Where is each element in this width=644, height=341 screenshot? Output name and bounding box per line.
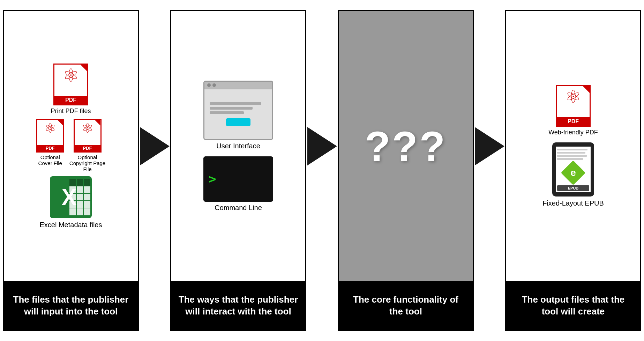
excel-cell	[77, 186, 83, 193]
excel-cell	[84, 201, 90, 208]
ui-dot-2	[212, 83, 216, 87]
excel-cell	[69, 194, 76, 200]
ui-window-wrap: User Interface	[203, 81, 273, 150]
copyright-pdf-badge: PDF	[75, 145, 100, 151]
cmd-prompt: >	[209, 172, 268, 186]
cmd-label: Command Line	[215, 204, 262, 212]
ui-window	[203, 81, 273, 140]
column-core-content: ???	[339, 11, 473, 281]
arrow-2	[306, 127, 338, 165]
ui-line-1	[210, 102, 261, 105]
copyright-pdf-file: ⚛ PDF	[74, 119, 102, 153]
excel-bg: X	[50, 176, 92, 218]
column-core: ??? The core functionality of the tool	[338, 10, 474, 331]
epub-device: e EPUB	[552, 142, 594, 197]
web-pdf-label: Web-friendly PDF	[548, 129, 598, 136]
column-outputs-footer: The output files that the tool will crea…	[506, 281, 640, 330]
arrow-1	[139, 127, 170, 165]
column-inputs-content: ⚛ PDF Print PDF files ⚛ PDF OptionalCove…	[4, 11, 138, 281]
column-core-footer: The core functionality of the tool	[339, 281, 473, 330]
epub-icon: e EPUB Fixed-Layout EPUB	[542, 142, 604, 207]
inputs-items: ⚛ PDF Print PDF files ⚛ PDF OptionalCove…	[9, 64, 133, 229]
print-pdf-icon: ⚛ PDF Print PDF files	[51, 64, 91, 115]
ui-titlebar	[204, 82, 272, 89]
excel-cell	[69, 179, 76, 186]
acrobat-symbol-web: ⚛	[565, 88, 582, 106]
excel-cell	[84, 186, 90, 193]
print-pdf-label: Print PDF files	[51, 108, 91, 115]
column-interactions-footer: The ways that the publisher will interac…	[171, 281, 305, 330]
web-pdf-file: ⚛ PDF	[556, 85, 591, 127]
ui-button	[226, 118, 250, 126]
epub-sline-1	[557, 149, 587, 150]
ui-line-2	[210, 107, 253, 110]
ui-body	[204, 89, 272, 139]
excel-cell	[77, 201, 83, 208]
cover-file-label: OptionalCover File	[38, 154, 62, 166]
print-pdf-file: ⚛ PDF	[53, 64, 88, 105]
pdf-pair: ⚛ PDF OptionalCover File ⚛ PDF OptionalC…	[36, 119, 105, 172]
epub-sline-4	[557, 158, 583, 160]
excel-cell	[84, 194, 90, 200]
excel-cell	[69, 208, 76, 215]
web-pdf-icon: ⚛ PDF Web-friendly PDF	[548, 85, 598, 136]
acrobat-symbol-cover: ⚛	[44, 121, 56, 135]
excel-cell	[69, 186, 76, 193]
column-interactions: User Interface > Command Line The ways t…	[170, 10, 306, 331]
question-marks: ???	[365, 122, 447, 170]
cover-file-wrap: ⚛ PDF OptionalCover File	[36, 119, 64, 166]
main-diagram: ⚛ PDF Print PDF files ⚛ PDF OptionalCove…	[0, 0, 644, 341]
ui-label: User Interface	[216, 142, 260, 150]
copyright-file-label: OptionalCopyright PageFile	[69, 154, 105, 172]
excel-label: Excel Metadata files	[40, 221, 102, 229]
web-pdf-badge: PDF	[557, 117, 590, 126]
acrobat-symbol-copyright: ⚛	[82, 121, 93, 135]
column-inputs-footer: The files that the publisher will input …	[4, 281, 138, 330]
excel-icon: X	[40, 176, 102, 229]
column-outputs-content: ⚛ PDF Web-friendly PDF	[506, 11, 640, 281]
epub-lines-area	[557, 149, 589, 160]
cmd-wrap: > Command Line	[203, 156, 273, 212]
excel-cell	[77, 208, 83, 215]
epub-sline-3	[557, 155, 587, 157]
cmd-window: >	[203, 156, 273, 202]
excel-grid-inner	[69, 179, 90, 215]
excel-cell	[77, 194, 83, 200]
ui-lines	[210, 102, 267, 114]
excel-cell	[84, 179, 90, 186]
epub-sline-2	[557, 152, 585, 154]
epub-logo: e	[563, 163, 583, 182]
epub-screen: e EPUB	[556, 147, 591, 192]
cover-pdf-badge: PDF	[37, 145, 63, 151]
excel-grid	[69, 179, 90, 215]
acrobat-symbol-print: ⚛	[63, 66, 79, 84]
column-inputs: ⚛ PDF Print PDF files ⚛ PDF OptionalCove…	[3, 10, 139, 331]
epub-label: Fixed-Layout EPUB	[542, 199, 604, 207]
print-pdf-badge: PDF	[54, 96, 87, 104]
ui-line-3	[210, 111, 244, 114]
column-outputs: ⚛ PDF Web-friendly PDF	[505, 10, 641, 331]
cover-pdf-file: ⚛ PDF	[36, 119, 64, 153]
excel-cell	[77, 179, 83, 186]
epub-badge: EPUB	[557, 185, 589, 191]
arrow-shape-1	[140, 127, 170, 165]
copyright-file-wrap: ⚛ PDF OptionalCopyright PageFile	[69, 119, 105, 172]
arrow-3	[474, 127, 505, 165]
epub-e-letter: e	[570, 167, 576, 178]
column-interactions-content: User Interface > Command Line	[171, 11, 305, 281]
excel-cell	[84, 208, 90, 215]
excel-cell	[69, 201, 76, 208]
arrow-shape-2	[307, 127, 337, 165]
arrow-shape-3	[475, 127, 504, 165]
ui-dot-1	[207, 83, 211, 87]
